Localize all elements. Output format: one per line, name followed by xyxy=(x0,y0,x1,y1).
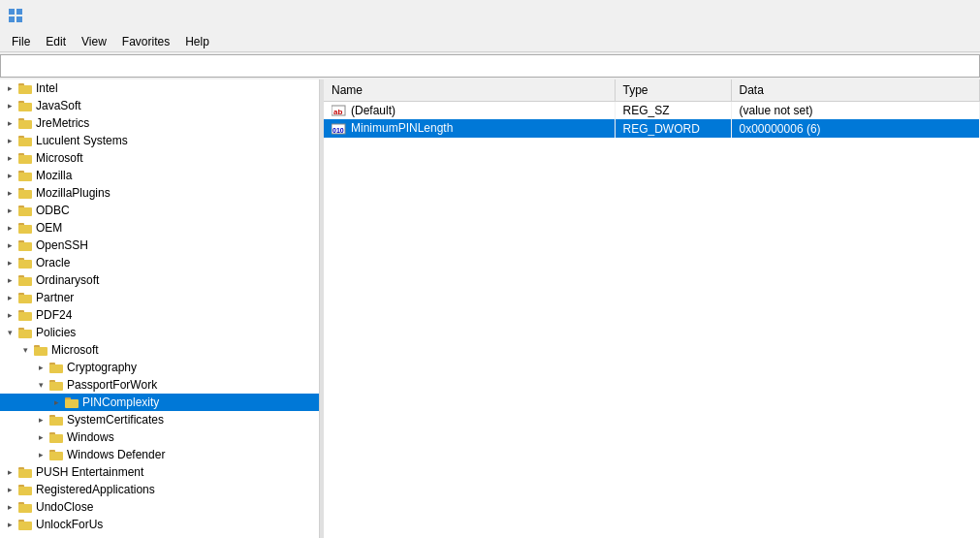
tree-label-oracle: Oracle xyxy=(36,254,70,271)
expander-intel[interactable]: ▸ xyxy=(2,80,17,96)
close-button[interactable] xyxy=(928,0,972,31)
folder-icon-passportforwork xyxy=(48,378,64,392)
tree-item-pol-microsoft[interactable]: ▾Microsoft xyxy=(0,341,319,359)
tree-item-registeredapps[interactable]: ▸RegisteredApplications xyxy=(0,481,319,498)
window-controls xyxy=(835,0,972,31)
menu-edit[interactable]: Edit xyxy=(38,33,74,50)
svg-rect-45 xyxy=(49,434,63,443)
menu-file[interactable]: File xyxy=(4,33,38,50)
expander-passportforwork[interactable]: ▾ xyxy=(33,377,48,393)
svg-rect-37 xyxy=(49,364,63,373)
expander-pol-microsoft[interactable]: ▾ xyxy=(17,342,33,358)
folder-icon-push xyxy=(17,465,33,479)
cell-type-default: REG_SZ xyxy=(615,101,731,119)
svg-rect-27 xyxy=(18,277,32,286)
tree-item-oracle[interactable]: ▸Oracle xyxy=(0,254,319,271)
svg-rect-33 xyxy=(18,330,32,338)
tree-item-odbc[interactable]: ▸ODBC xyxy=(0,202,319,219)
expander-javasoft[interactable]: ▸ xyxy=(2,98,17,113)
expander-pdf24[interactable]: ▸ xyxy=(2,307,17,323)
maximize-button[interactable] xyxy=(881,0,926,31)
svg-rect-39 xyxy=(49,382,63,391)
folder-icon-windowsdefender xyxy=(48,448,64,461)
expander-systemcerts[interactable]: ▸ xyxy=(33,412,48,427)
expander-jremetrics[interactable]: ▸ xyxy=(2,115,17,131)
tree-item-luculent[interactable]: ▸Luculent Systems xyxy=(0,132,319,149)
tree-item-mozilla[interactable]: ▸Mozilla xyxy=(0,167,319,184)
tree-item-javasoft[interactable]: ▸JavaSoft xyxy=(0,97,319,114)
tree-item-intel[interactable]: ▸Intel xyxy=(0,79,319,97)
svg-rect-9 xyxy=(18,120,32,129)
minimize-button[interactable] xyxy=(835,0,879,31)
address-bar[interactable] xyxy=(0,54,980,78)
expander-openssh[interactable]: ▸ xyxy=(2,237,17,253)
svg-rect-13 xyxy=(18,155,32,164)
tree-item-partner[interactable]: ▸Partner xyxy=(0,289,319,306)
tree-label-mozilla: Mozilla xyxy=(36,167,72,184)
expander-windows[interactable]: ▸ xyxy=(33,429,48,445)
tree-item-policies[interactable]: ▾Policies xyxy=(0,324,319,341)
tree-item-unlockforus[interactable]: ▸UnlockForUs xyxy=(0,516,319,533)
folder-icon-ordinarysoft xyxy=(17,273,33,287)
expander-policies[interactable]: ▾ xyxy=(2,325,17,340)
tree-item-passportforwork[interactable]: ▾PassportForWork xyxy=(0,376,319,394)
svg-rect-53 xyxy=(18,504,32,513)
folder-icon-luculent xyxy=(17,134,33,147)
svg-text:ab: ab xyxy=(333,108,342,116)
expander-undoclose[interactable]: ▸ xyxy=(2,499,17,515)
menu-help[interactable]: Help xyxy=(177,33,217,50)
expander-odbc[interactable]: ▸ xyxy=(2,203,17,218)
svg-rect-51 xyxy=(18,487,32,495)
svg-rect-15 xyxy=(18,173,32,181)
svg-rect-23 xyxy=(18,242,32,251)
tree-item-openssh[interactable]: ▸OpenSSH xyxy=(0,237,319,254)
folder-icon-microsoft xyxy=(17,151,33,165)
expander-oracle[interactable]: ▸ xyxy=(2,255,17,270)
cell-name-default: ab(Default) xyxy=(324,101,615,119)
tree-item-oem[interactable]: ▸OEM xyxy=(0,219,319,237)
table-row[interactable]: 010MinimumPINLengthREG_DWORD0x00000006 (… xyxy=(324,119,980,138)
svg-rect-2 xyxy=(9,16,15,22)
tree-item-windowsdefender[interactable]: ▸Windows Defender xyxy=(0,446,319,463)
tree-item-microsoft[interactable]: ▸Microsoft xyxy=(0,149,319,167)
tree-label-jremetrics: JreMetrics xyxy=(36,114,89,132)
tree-item-push[interactable]: ▸PUSH Entertainment xyxy=(0,463,319,481)
tree-item-undoclose[interactable]: ▸UndoClose xyxy=(0,498,319,516)
folder-icon-jremetrics xyxy=(17,116,33,130)
tree-label-windowsdefender: Windows Defender xyxy=(67,446,165,463)
tree-item-pincomplexity[interactable]: ▸PINComplexity xyxy=(0,394,319,411)
expander-registeredapps[interactable]: ▸ xyxy=(2,482,17,497)
tree-pane[interactable]: ▸Intel▸JavaSoft▸JreMetrics▸Luculent Syst… xyxy=(0,79,320,538)
expander-mozilla[interactable]: ▸ xyxy=(2,168,17,183)
table-row[interactable]: ab(Default)REG_SZ(value not set) xyxy=(324,101,980,119)
expander-cryptography[interactable]: ▸ xyxy=(33,360,48,375)
col-header-type[interactable]: Type xyxy=(615,79,731,101)
tree-item-cryptography[interactable]: ▸Cryptography xyxy=(0,359,319,376)
expander-mozillaplugins[interactable]: ▸ xyxy=(2,185,17,201)
tree-item-windows[interactable]: ▸Windows xyxy=(0,428,319,446)
menu-favorites[interactable]: Favorites xyxy=(114,33,177,50)
tree-item-systemcerts[interactable]: ▸SystemCertificates xyxy=(0,411,319,428)
expander-oem[interactable]: ▸ xyxy=(2,220,17,236)
expander-partner[interactable]: ▸ xyxy=(2,290,17,305)
tree-item-pdf24[interactable]: ▸PDF24 xyxy=(0,306,319,324)
tree-item-jremetrics[interactable]: ▸JreMetrics xyxy=(0,114,319,132)
tree-label-push: PUSH Entertainment xyxy=(36,463,143,481)
expander-unlockforus[interactable]: ▸ xyxy=(2,517,17,532)
col-header-name[interactable]: Name xyxy=(324,79,615,101)
svg-rect-17 xyxy=(18,190,32,199)
menu-view[interactable]: View xyxy=(74,33,114,50)
folder-icon-openssh xyxy=(17,238,33,252)
expander-windowsdefender[interactable]: ▸ xyxy=(33,447,48,462)
expander-microsoft[interactable]: ▸ xyxy=(2,150,17,166)
svg-rect-43 xyxy=(49,417,63,426)
expander-ordinarysoft[interactable]: ▸ xyxy=(2,272,17,288)
svg-text:010: 010 xyxy=(332,127,344,134)
col-header-data[interactable]: Data xyxy=(731,79,980,101)
tree-item-ordinarysoft[interactable]: ▸Ordinarysoft xyxy=(0,271,319,289)
tree-item-mozillaplugins[interactable]: ▸MozillaPlugins xyxy=(0,184,319,202)
tree-label-registeredapps: RegisteredApplications xyxy=(36,481,155,498)
expander-luculent[interactable]: ▸ xyxy=(2,133,17,148)
expander-push[interactable]: ▸ xyxy=(2,464,17,480)
expander-pincomplexity[interactable]: ▸ xyxy=(48,395,64,410)
